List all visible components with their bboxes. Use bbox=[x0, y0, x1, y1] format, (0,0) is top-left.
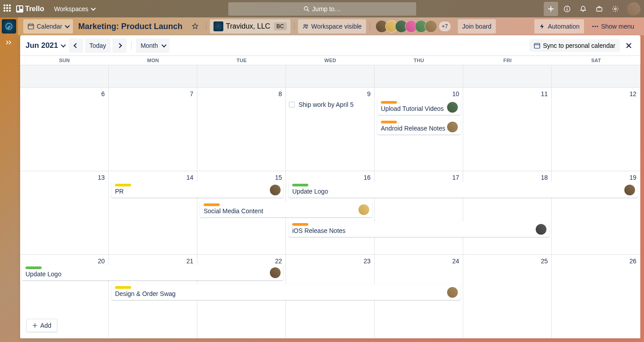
member-avatar[interactable] bbox=[447, 287, 458, 298]
sync-calendar-button[interactable]: Sync to personal calendar bbox=[529, 39, 620, 52]
profile-avatar[interactable] bbox=[627, 2, 640, 16]
calendar-cell[interactable]: 8 bbox=[197, 88, 286, 171]
calendar-cell[interactable]: 26 bbox=[552, 255, 640, 338]
day-header-wed: WED bbox=[286, 56, 375, 65]
divider bbox=[131, 42, 132, 50]
svg-rect-7 bbox=[567, 8, 567, 11]
calendar-cell[interactable]: 12 bbox=[552, 88, 640, 171]
more-members-count[interactable]: +7 bbox=[439, 21, 451, 31]
day-header-tue: TUE bbox=[197, 56, 286, 65]
workspaces-dropdown[interactable]: Workspaces bbox=[51, 4, 98, 14]
briefcase-button[interactable] bbox=[592, 2, 606, 16]
add-card-button[interactable]: Add bbox=[26, 319, 57, 332]
calendar-cell[interactable] bbox=[20, 65, 109, 88]
settings-button[interactable] bbox=[608, 2, 623, 16]
svg-point-6 bbox=[567, 7, 567, 8]
calendar-cell[interactable]: 25 bbox=[463, 255, 552, 338]
member-avatar[interactable] bbox=[447, 122, 458, 132]
calendar-card[interactable]: iOS Release Notes bbox=[289, 221, 549, 237]
calendar-card[interactable]: Update Logo bbox=[289, 182, 638, 198]
calendar-cell[interactable]: 9 bbox=[286, 88, 375, 171]
star-button[interactable] bbox=[188, 19, 202, 34]
briefcase-icon bbox=[596, 5, 603, 13]
sidebar-expand-button[interactable] bbox=[4, 37, 14, 48]
day-headers: SUN MON TUE WED THU FRI SAT bbox=[20, 56, 640, 65]
card-label-orange bbox=[292, 223, 308, 226]
calendar-cell[interactable]: 11 bbox=[463, 88, 552, 171]
search-icon bbox=[303, 6, 310, 12]
card-label-yellow bbox=[115, 286, 131, 289]
create-button[interactable] bbox=[544, 2, 558, 16]
join-board-button[interactable]: Join board bbox=[458, 19, 496, 34]
calendar-cell[interactable]: 6 bbox=[20, 88, 109, 171]
calendar-card[interactable]: Upload Tutorial Videos bbox=[377, 99, 461, 115]
prev-period-button[interactable] bbox=[69, 38, 83, 53]
close-calendar-button[interactable] bbox=[623, 39, 635, 52]
date-label: 20 bbox=[98, 258, 105, 265]
trello-logo[interactable]: Trello bbox=[16, 5, 44, 13]
calendar-cell[interactable]: 7 bbox=[109, 88, 197, 171]
notifications-button[interactable] bbox=[576, 2, 590, 16]
member-avatar[interactable] bbox=[270, 267, 281, 278]
date-label: 13 bbox=[98, 174, 105, 181]
svg-point-9 bbox=[614, 8, 616, 10]
automation-label: Automation bbox=[548, 23, 580, 30]
calendar-cell[interactable]: 13 bbox=[20, 171, 109, 255]
calendar-card[interactable]: Android Release Notes bbox=[377, 119, 461, 135]
calendar-cell[interactable] bbox=[286, 65, 375, 88]
member-avatar[interactable] bbox=[624, 185, 635, 195]
search-input[interactable]: Jump to… bbox=[228, 2, 416, 16]
divider bbox=[294, 22, 294, 30]
calendar-view-dropdown[interactable]: Month bbox=[136, 38, 170, 53]
svg-rect-19 bbox=[534, 43, 540, 48]
info-button[interactable] bbox=[560, 2, 574, 16]
calendar-card[interactable]: Design & Order Swag bbox=[111, 284, 461, 300]
date-label: 12 bbox=[629, 90, 636, 97]
board-title[interactable]: Marketing: Product Launch bbox=[77, 22, 184, 31]
calendar-panel: Jun 2021 Today Month Sync to personal ca… bbox=[20, 35, 640, 338]
card-title: Update Logo bbox=[292, 188, 634, 195]
view-switcher[interactable]: Calendar bbox=[23, 19, 73, 34]
calendar-cell[interactable] bbox=[375, 65, 463, 88]
date-label: 14 bbox=[186, 174, 193, 181]
member-avatar[interactable] bbox=[425, 20, 437, 33]
card-title: Design & Order Swag bbox=[115, 290, 457, 297]
card-label-orange bbox=[204, 203, 220, 206]
next-period-button[interactable] bbox=[112, 38, 127, 53]
member-avatar[interactable] bbox=[447, 102, 458, 113]
visibility-button[interactable]: Workspace visible bbox=[298, 19, 367, 34]
svg-point-17 bbox=[595, 26, 596, 27]
svg-line-4 bbox=[307, 9, 309, 11]
member-avatar[interactable] bbox=[536, 224, 546, 235]
member-avatar[interactable] bbox=[358, 204, 369, 215]
calendar-card[interactable]: Social Media Content bbox=[200, 202, 372, 217]
day-header-mon: MON bbox=[109, 56, 197, 65]
month-picker[interactable]: Jun 2021 bbox=[26, 41, 64, 50]
date-label: 16 bbox=[363, 174, 371, 181]
calendar-grid: 6 7 8 9 10 11 12 13 14 15 16 17 18 19 20… bbox=[20, 65, 640, 338]
date-label: 11 bbox=[541, 90, 548, 97]
card-label-orange bbox=[381, 101, 397, 104]
calendar-cell[interactable] bbox=[197, 65, 286, 88]
workspace-link[interactable]: Travidux, LLC BC bbox=[210, 19, 290, 34]
calendar-sync-icon bbox=[534, 42, 540, 49]
checkbox-icon[interactable] bbox=[289, 101, 295, 108]
today-button[interactable]: Today bbox=[85, 38, 111, 53]
calendar-cell[interactable] bbox=[109, 65, 197, 88]
calendar-cell[interactable] bbox=[463, 65, 552, 88]
calendar-card[interactable]: PR bbox=[111, 182, 283, 198]
workspace-plan-badge: BC bbox=[274, 22, 287, 30]
calendar-cell[interactable] bbox=[552, 65, 640, 88]
checklist-item[interactable]: Ship work by April 5 bbox=[289, 101, 354, 108]
date-label: 17 bbox=[452, 174, 459, 181]
member-avatar[interactable] bbox=[270, 185, 281, 195]
today-label: Today bbox=[90, 42, 106, 49]
date-label: 9 bbox=[367, 90, 371, 97]
show-menu-button[interactable]: Show menu bbox=[588, 19, 639, 34]
calendar-card[interactable]: Update Logo bbox=[22, 265, 283, 280]
apps-switcher-icon[interactable] bbox=[4, 4, 13, 13]
automation-button[interactable]: Automation bbox=[534, 19, 584, 34]
date-label: 6 bbox=[101, 90, 105, 97]
card-title: Update Logo bbox=[26, 270, 280, 278]
workspace-icon[interactable] bbox=[2, 19, 16, 34]
